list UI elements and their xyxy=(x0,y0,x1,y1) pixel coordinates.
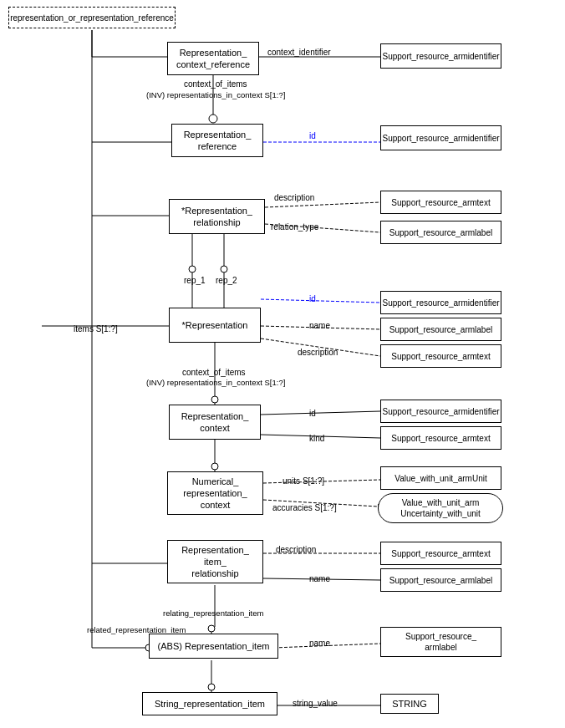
support-identifier-4-box: Support_resource_armidentifier xyxy=(380,400,501,423)
rep-item-rel-box: Representation_item_relationship xyxy=(167,540,263,583)
label-description-2: description xyxy=(298,348,338,357)
label-inv-representations-2: (INV) representations_in_context S[1:?] xyxy=(146,378,285,387)
label-string-value: string_value xyxy=(293,699,338,708)
label-context-of-items-1: context_of_items xyxy=(184,79,247,89)
support-identifier-2-box: Support_resource_armidentifier xyxy=(380,125,501,150)
svg-point-60 xyxy=(208,684,215,690)
support-armlabel-6-box: Support_resource_armlabel xyxy=(380,627,501,657)
label-rep-1: rep_1 xyxy=(184,276,206,285)
svg-point-17 xyxy=(189,266,196,272)
diagram-container: representation_or_representation_referen… xyxy=(0,0,565,728)
support-identifier-3-box: Support_resource_armidentifier xyxy=(380,291,501,314)
label-items: items S[1:?] xyxy=(74,324,118,333)
support-armtext-5-box: Support_resource_armtext xyxy=(380,542,501,565)
label-accuracies: accuracies S[1:?] xyxy=(272,503,337,512)
label-inv-representations: (INV) representations_in_context S[1:?] xyxy=(146,90,285,99)
label-context-identifier: context_identifier xyxy=(267,48,331,57)
rep-relationship-box: *Representation_relationship xyxy=(169,199,265,234)
label-id-1: id xyxy=(309,131,316,140)
num-rep-context-box: Numerical_representation_context xyxy=(167,471,263,515)
label-related: related_representation_item xyxy=(87,625,186,634)
support-armtext-3-box: Support_resource_armtext xyxy=(380,344,501,368)
string-value-box: STRING xyxy=(380,694,439,714)
label-description-1: description xyxy=(274,193,314,202)
label-units: units S[1:?] xyxy=(282,476,324,486)
rep-context-box: Representation_context xyxy=(169,405,261,440)
label-context-of-items-2: context_of_items xyxy=(182,368,246,377)
string-rep-item-box: String_representation_item xyxy=(142,692,277,715)
svg-line-34 xyxy=(261,411,380,415)
label-name-2: name xyxy=(309,574,330,583)
support-armlabel-3-box: Support_resource_armlabel xyxy=(380,318,501,341)
svg-point-55 xyxy=(208,625,215,632)
svg-line-25 xyxy=(261,299,380,303)
label-rep-2: rep_2 xyxy=(216,276,237,285)
value-unit-box: Value_with_unit_armUnit xyxy=(380,466,501,490)
label-id-2: id xyxy=(309,294,316,303)
svg-point-32 xyxy=(211,396,218,403)
label-name-3: name xyxy=(309,639,330,648)
label-name-1: name xyxy=(309,321,330,330)
svg-point-5 xyxy=(209,115,217,123)
label-kind: kind xyxy=(309,434,324,443)
label-description-3: description xyxy=(276,545,316,554)
support-armlabel-5-box: Support_resource_armlabel xyxy=(380,568,501,592)
support-armlabel-1-box: Support_resource_armlabel xyxy=(380,221,501,244)
rep-reference-box: Representation_reference xyxy=(171,124,263,157)
svg-point-19 xyxy=(221,266,227,272)
svg-point-39 xyxy=(211,463,218,470)
value-uncertainty-box: Value_with_unit_armUncertainty_with_unit xyxy=(378,493,503,523)
representation-box: *Representation xyxy=(169,308,261,343)
label-id-3: id xyxy=(309,409,316,418)
abs-rep-item-box: (ABS) Representation_item xyxy=(149,634,278,659)
label-relating: relating_representation_item xyxy=(163,608,263,618)
svg-line-12 xyxy=(265,202,380,207)
support-identifier-1-box: Support_resource_armidentifier xyxy=(380,43,501,69)
support-armtext-4-box: Support_resource_armtext xyxy=(380,426,501,450)
label-relation-type: relation_type xyxy=(271,222,318,232)
support-armtext-1-box: Support_resource_armtext xyxy=(380,191,501,214)
rep-context-reference-box: Representation_context_reference xyxy=(167,42,259,75)
root-box: representation_or_representation_referen… xyxy=(8,7,176,28)
